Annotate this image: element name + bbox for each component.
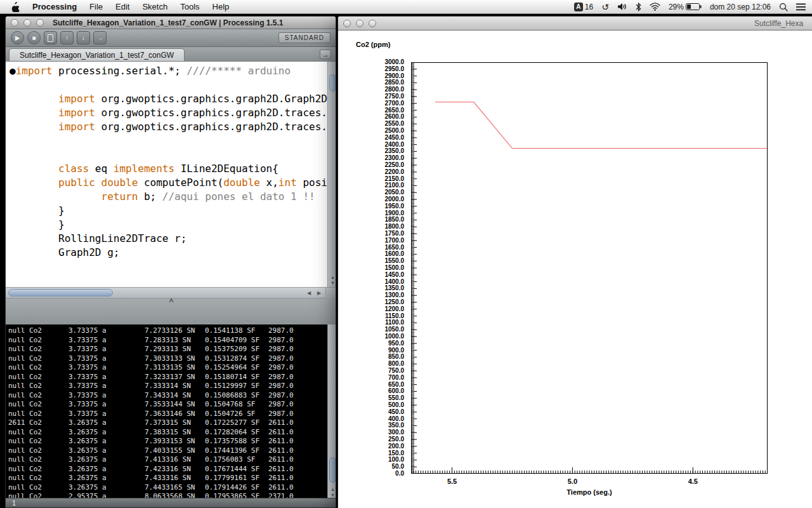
- code-editor[interactable]: ●import processing.serial.*; ////***** a…: [6, 62, 336, 287]
- y-tick-label: 1650.0: [384, 244, 404, 251]
- scroll-left-icon[interactable]: ◀: [304, 288, 314, 298]
- scroll-up-icon[interactable]: ▲: [331, 486, 335, 492]
- editor-vscroll-arrows[interactable]: ▲ ▼: [328, 274, 336, 286]
- menubar-status: A 16 ↺ 29% dom 20 sep 12:06: [574, 3, 812, 11]
- run-button[interactable]: ▶: [11, 31, 24, 44]
- y-tick-label: 850.0: [388, 354, 404, 360]
- stop-icon: ■: [32, 35, 36, 41]
- menu-list-icon[interactable]: [796, 3, 806, 11]
- console-row: null Co23.73375 a7.3233137 SN0.15180714 …: [8, 373, 327, 382]
- y-tick-label: 1600.0: [384, 251, 404, 257]
- editor-hscroll-thumb[interactable]: [8, 289, 113, 297]
- ide-titlebar[interactable]: Sutcliffe_Hexagon_Variation_1_test7_conG…: [6, 17, 336, 29]
- menu-processing[interactable]: Processing: [26, 0, 83, 13]
- close-button[interactable]: [11, 19, 18, 27]
- scroll-down-icon[interactable]: ▼: [331, 280, 335, 286]
- y-tick-label: 0.0: [395, 471, 404, 477]
- sketch-window-title: Sutcliffe_Hexa: [754, 17, 803, 30]
- code-line: import org.gwoptics.graphics.graph2D.tra…: [10, 120, 327, 134]
- bluetooth-icon[interactable]: [636, 3, 641, 11]
- new-button[interactable]: [44, 31, 57, 44]
- save-button[interactable]: ↓: [77, 31, 90, 44]
- x-tick-label: 4.5: [685, 478, 700, 485]
- menu-tools[interactable]: Tools: [174, 0, 206, 13]
- console-vscroll-arrows[interactable]: ▲ ▼: [328, 486, 336, 498]
- console-row: null Co23.26375 a7.413316 SN0.1756083 SF…: [8, 455, 327, 465]
- volume-icon[interactable]: [617, 3, 627, 11]
- y-tick-label: 400.0: [388, 416, 404, 422]
- sync-icon[interactable]: ↺: [601, 3, 609, 11]
- code-line: public double computePoint(double x,int …: [10, 176, 327, 190]
- spotlight-icon[interactable]: [779, 3, 788, 11]
- y-tick-label: 300.0: [388, 429, 404, 436]
- menu-edit[interactable]: Edit: [109, 0, 136, 13]
- y-tick-label: 100.0: [388, 457, 404, 463]
- console-output: null Co23.73375 a7.2733126 SN0.1541138 S…: [8, 326, 327, 499]
- code-line: [10, 148, 327, 162]
- y-tick-label: 1350.0: [384, 285, 404, 291]
- zoom-button[interactable]: [36, 19, 44, 27]
- console-row: null Co23.73375 a7.293313 SN0.15375209 S…: [8, 345, 327, 354]
- console[interactable]: null Co23.73375 a7.2733126 SN0.1541138 S…: [6, 324, 336, 499]
- battery-indicator[interactable]: 29%: [669, 3, 702, 11]
- y-tick-label: 2650.0: [384, 107, 404, 114]
- y-tick-label: 1800.0: [384, 224, 404, 230]
- console-row: null Co23.73375 a7.343314 SN0.15086883 S…: [8, 391, 327, 401]
- editor-vscroll-thumb[interactable]: [329, 74, 336, 91]
- y-tick-label: 2250.0: [384, 162, 404, 168]
- tab-menu-button[interactable]: →: [320, 50, 331, 59]
- y-tick-label: 2750.0: [384, 93, 404, 100]
- console-row: null Co23.73375 a7.3033133 SN0.15312874 …: [8, 354, 327, 364]
- menu-sketch[interactable]: Sketch: [136, 0, 174, 13]
- scroll-down-icon[interactable]: ▼: [331, 492, 335, 498]
- input-source-count: 16: [585, 3, 593, 11]
- plot-svg: [411, 62, 768, 474]
- ide-toolbar: ▶ ■ ↑ ↓ → STANDARD: [6, 29, 336, 47]
- scroll-up-icon[interactable]: ▲: [331, 274, 335, 280]
- y-tick-label: 2300.0: [384, 155, 404, 161]
- y-tick-label: 450.0: [388, 409, 404, 415]
- minimize-button[interactable]: [356, 20, 363, 27]
- scroll-right-icon[interactable]: ▶: [314, 288, 324, 298]
- y-tick-label: 2350.0: [384, 148, 404, 154]
- save-icon: ↓: [82, 35, 85, 41]
- close-button[interactable]: [343, 20, 351, 27]
- y-tick-label: 1450.0: [384, 272, 404, 278]
- y-tick-label: 2100.0: [384, 182, 404, 189]
- menu-help[interactable]: Help: [206, 0, 236, 13]
- minimize-button[interactable]: [23, 19, 31, 27]
- editor-vscrollbar[interactable]: ▲ ▼: [327, 62, 336, 287]
- plot-area: [411, 62, 768, 474]
- code-line: import org.gwoptics.graphics.graph2D.Gra…: [10, 92, 327, 106]
- open-button[interactable]: ↑: [60, 31, 74, 44]
- y-tick-label: 1400.0: [384, 279, 404, 285]
- mode-standard-button[interactable]: STANDARD: [278, 32, 331, 43]
- code-line: }: [10, 204, 327, 218]
- export-button[interactable]: →: [93, 31, 107, 44]
- zoom-button[interactable]: [369, 20, 376, 27]
- ide-tabbar: Sutcliffe_Hexagon_Variation_1_test7_conG…: [6, 47, 336, 62]
- battery-percent: 29%: [669, 3, 684, 11]
- input-source-indicator[interactable]: A 16: [574, 3, 593, 11]
- apple-menu-icon[interactable]: [5, 0, 26, 13]
- collapse-console-button[interactable]: ^: [169, 297, 173, 306]
- y-tick-label: 500.0: [388, 402, 404, 408]
- y-tick-label: 1050.0: [384, 326, 404, 333]
- menubar-clock[interactable]: dom 20 sep 12:06: [710, 3, 771, 11]
- menu-file[interactable]: File: [83, 0, 109, 13]
- y-tick-label: 800.0: [388, 361, 404, 367]
- y-tick-label: 2150.0: [384, 176, 404, 182]
- y-tick-label: 2000.0: [384, 196, 404, 203]
- console-vscrollbar[interactable]: ▲ ▼: [327, 324, 336, 499]
- line-number: 1: [12, 499, 16, 507]
- console-vscroll-thumb[interactable]: [329, 457, 336, 483]
- menubar: ProcessingFileEditSketchToolsHelp A 16 ↺…: [0, 0, 812, 14]
- wifi-icon[interactable]: [650, 3, 660, 11]
- stop-button[interactable]: ■: [27, 31, 41, 44]
- code-line: class eq implements ILine2DEquation{: [10, 162, 327, 176]
- sketch-tab[interactable]: Sutcliffe_Hexagon_Variation_1_test7_conG…: [9, 48, 185, 61]
- code-area[interactable]: ●import processing.serial.*; ////***** a…: [10, 64, 327, 284]
- y-tick-label: 2500.0: [384, 128, 404, 134]
- y-tick-label: 1550.0: [384, 258, 404, 264]
- sketch-titlebar[interactable]: Sutcliffe_Hexa: [338, 17, 812, 30]
